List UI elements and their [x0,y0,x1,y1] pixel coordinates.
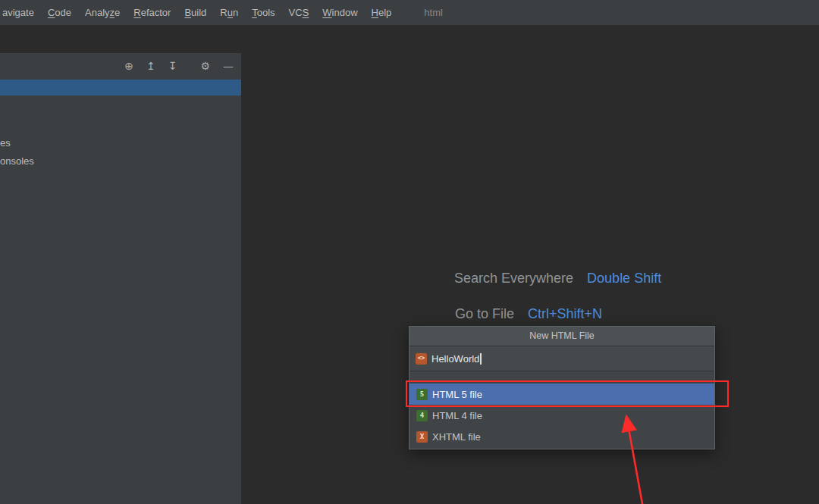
expand-all-icon[interactable]: ↥ [146,61,155,71]
file-type-option[interactable]: 5HTML 5 file [410,383,714,405]
menu-bar-items: avigateCodeAnalyzeRefactorBuildRunToolsV… [0,0,398,25]
shortcut-goto-file: Go to File Ctrl+Shift+N [455,306,602,322]
project-toolbar: ⊕↥↧⚙— [0,53,241,78]
tree-item[interactable]: es [0,137,11,149]
text-caret [480,353,482,365]
dialog-title: New HTML File [410,327,714,346]
menu-item[interactable]: Analyze [78,0,127,25]
filename-input[interactable]: <> HelloWorld [410,346,714,371]
file-type-label: HTML 4 file [432,410,482,421]
menu-item[interactable]: Build [177,0,213,25]
filename-value: HelloWorld [431,353,479,365]
menu-item[interactable]: VCS [282,0,316,25]
file-type-option[interactable]: XXHTML file [410,426,714,447]
shortcut-label: Go to File [455,306,514,321]
file-type-label: HTML 5 file [432,389,482,400]
html-file-icon: <> [416,353,427,365]
project-selected-row[interactable] [0,80,241,95]
menu-item[interactable]: Window [315,0,364,25]
menu-item[interactable]: avigate [0,0,41,25]
shortcut-label: Search Everywhere [454,271,573,286]
project-panel: ⊕↥↧⚙— es onsoles [0,53,242,504]
ide-window: avigateCodeAnalyzeRefactorBuildRunToolsV… [0,0,819,504]
html5-file-icon: 5 [416,389,428,400]
file-type-list: 5HTML 5 file4HTML 4 fileXXHTML file [410,383,714,449]
window-title: html [424,7,443,18]
shortcut-key: Double Shift [587,271,661,286]
locate-file-icon[interactable]: ⊕ [124,61,133,71]
menu-item[interactable]: Run [213,0,245,25]
menu-item[interactable]: Help [365,0,399,25]
file-type-label: XHTML file [432,431,481,443]
hide-panel-icon[interactable]: — [223,61,234,71]
menu-item[interactable]: Tools [245,0,281,25]
shortcut-search-everywhere: Search Everywhere Double Shift [454,271,661,286]
tree-item[interactable]: onsoles [0,155,34,167]
settings-gear-icon[interactable]: ⚙ [200,61,210,71]
menu-item[interactable]: Code [41,0,78,25]
menu-item[interactable]: Refactor [127,0,177,25]
new-html-file-dialog: New HTML File <> HelloWorld 5HTML 5 file… [409,326,715,449]
collapse-all-icon[interactable]: ↧ [168,61,177,71]
shortcut-key: Ctrl+Shift+N [528,306,602,321]
menu-bar: avigateCodeAnalyzeRefactorBuildRunToolsV… [0,0,819,25]
xhtml-file-icon: X [416,431,428,443]
html4-file-icon: 4 [416,410,428,421]
file-type-option[interactable]: 4HTML 4 file [410,405,714,426]
